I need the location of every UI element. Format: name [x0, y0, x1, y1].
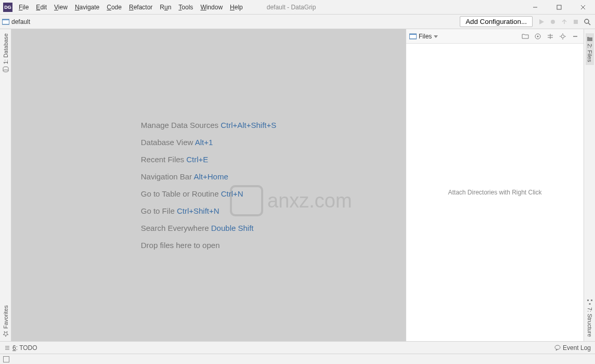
menu-tools[interactable]: Tools — [175, 2, 196, 12]
tip-search-everywhere: Search Everywhere Double Shift — [141, 224, 277, 232]
collapse-all-icon[interactable] — [545, 31, 555, 42]
add-configuration-button[interactable]: Add Configuration... — [460, 16, 533, 27]
svg-point-21 — [561, 35, 564, 38]
toolwindow-toggle-icon[interactable] — [3, 356, 9, 362]
svg-point-33 — [555, 345, 560, 349]
close-button[interactable] — [571, 0, 595, 15]
window-title: default - DataGrip — [246, 4, 523, 11]
files-panel-title[interactable]: Files — [419, 33, 432, 40]
attach-icon[interactable] — [559, 16, 570, 28]
stop-icon[interactable] — [570, 16, 581, 28]
svg-point-9 — [585, 19, 589, 23]
project-icon — [2, 19, 9, 25]
star-icon — [3, 331, 9, 337]
menu-refactor[interactable]: Refactor — [126, 2, 156, 12]
menu-code[interactable]: Code — [104, 2, 125, 12]
debug-icon[interactable] — [547, 16, 559, 28]
svg-line-10 — [588, 23, 590, 25]
files-panel: Files Attach Directories with Right Clic… — [406, 29, 584, 341]
minimize-panel-icon[interactable] — [570, 31, 580, 42]
svg-rect-5 — [3, 20, 9, 24]
target-icon[interactable] — [533, 31, 543, 42]
favorites-toolwindow-tab[interactable]: Favorites — [3, 305, 9, 337]
database-toolwindow-tab[interactable]: 1: Database — [3, 33, 9, 72]
menu-edit[interactable]: Edit — [33, 2, 50, 12]
svg-point-11 — [3, 70, 8, 72]
titlebar: DG File Edit View Navigate Code Refactor… — [0, 0, 595, 15]
open-folder-icon[interactable] — [520, 31, 531, 42]
svg-rect-29 — [589, 303, 590, 305]
structure-toolwindow-tab[interactable]: 7: Structure — [587, 299, 593, 337]
main-area: 1: Database Favorites anxz.com Manage Da… — [0, 29, 595, 341]
chevron-down-icon[interactable] — [434, 34, 438, 38]
svg-rect-1 — [557, 5, 561, 9]
todo-toolwindow-button[interactable]: 6: TODO — [4, 344, 37, 352]
menu-help[interactable]: Help — [227, 2, 246, 12]
menubar: File Edit View Navigate Code Refactor Ru… — [16, 2, 246, 12]
svg-rect-28 — [591, 300, 592, 301]
run-icon[interactable] — [536, 16, 547, 28]
list-icon — [4, 345, 10, 351]
tip-goto-table: Go to Table or Routine Ctrl+N — [141, 189, 277, 198]
statusbar: 6: TODO Event Log — [0, 341, 595, 354]
toolbar: default Add Configuration... — [0, 15, 595, 29]
tip-goto-file: Go to File Ctrl+Shift+N — [141, 206, 277, 215]
svg-rect-27 — [587, 300, 589, 301]
menu-navigate[interactable]: Navigate — [72, 2, 102, 12]
files-panel-header: Files — [406, 29, 584, 44]
bubble-icon — [554, 345, 561, 351]
left-gutter: 1: Database Favorites — [0, 29, 11, 341]
folder-icon — [587, 36, 593, 42]
svg-point-7 — [551, 20, 555, 24]
tip-drop-files: Drop files here to open — [141, 241, 277, 250]
files-toolwindow-tab[interactable]: 2: Files — [586, 33, 594, 65]
minimize-button[interactable] — [523, 0, 547, 15]
editor-empty-state[interactable]: anxz.com Manage Data Sources Ctrl+Alt+Sh… — [11, 29, 406, 341]
database-icon — [3, 66, 9, 72]
welcome-tips: Manage Data Sources Ctrl+Alt+Shift+S Dat… — [141, 112, 277, 258]
folder-icon — [409, 33, 417, 40]
structure-icon — [587, 299, 593, 305]
svg-rect-14 — [410, 35, 416, 38]
svg-marker-15 — [434, 35, 438, 38]
search-icon[interactable] — [581, 16, 593, 28]
gear-icon[interactable] — [558, 31, 568, 42]
files-panel-empty[interactable]: Attach Directories with Right Click — [406, 44, 584, 341]
maximize-button[interactable] — [547, 0, 571, 15]
tip-manage-data-sources: Manage Data Sources Ctrl+Alt+Shift+S — [141, 121, 277, 129]
event-log-button[interactable]: Event Log — [554, 344, 591, 352]
svg-point-17 — [537, 35, 539, 37]
menu-view[interactable]: View — [51, 2, 71, 12]
menu-file[interactable]: File — [16, 2, 32, 12]
svg-marker-6 — [539, 19, 544, 24]
bottombar — [0, 354, 595, 364]
tip-database-view: Database View Alt+1 — [141, 138, 277, 147]
svg-marker-12 — [3, 331, 8, 336]
menu-window[interactable]: Window — [197, 2, 226, 12]
right-gutter: 2: Files 7: Structure — [584, 29, 595, 341]
tip-recent-files: Recent Files Ctrl+E — [141, 155, 277, 164]
app-icon: DG — [3, 3, 12, 12]
project-name[interactable]: default — [11, 18, 30, 25]
menu-run[interactable]: Run — [157, 2, 174, 12]
window-controls — [523, 0, 595, 15]
tip-navigation-bar: Navigation Bar Alt+Home — [141, 172, 277, 181]
svg-rect-8 — [574, 20, 578, 24]
